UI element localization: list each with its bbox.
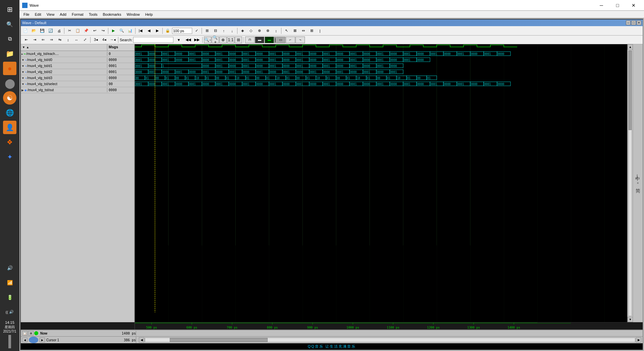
wave-btn-4[interactable]: ↓	[228, 27, 236, 35]
cursor-mode-2[interactable]: ⊠	[291, 27, 299, 35]
indent-btn-3[interactable]: ⇐	[39, 36, 47, 44]
menu-bookmarks[interactable]: Bookmarks	[100, 12, 124, 17]
bottom-icon-3[interactable]: 🔋	[3, 291, 16, 304]
scroll-up-btn[interactable]: ▲	[628, 44, 633, 50]
expand-out[interactable]: ▶	[21, 89, 24, 92]
collapse-all-btn[interactable]: ▼	[22, 46, 25, 49]
search-go-btn[interactable]: ▼	[174, 36, 183, 44]
wave-close-btn[interactable]: ✕	[637, 20, 641, 25]
menu-edit[interactable]: Edit	[32, 12, 44, 17]
menu-format[interactable]: Format	[69, 12, 86, 17]
zoom-fit-btn[interactable]: ⊕	[219, 37, 227, 43]
app-icon-4[interactable]: 🌐	[3, 106, 16, 119]
undo-btn[interactable]: ↩	[91, 27, 99, 35]
wave-shape-add[interactable]: 3◂	[92, 36, 100, 44]
shape-gray-btn[interactable]: ▭	[276, 37, 285, 43]
expand-d0[interactable]: ▼	[21, 58, 24, 62]
menu-add[interactable]: Add	[57, 12, 69, 17]
scroll-v-thumb[interactable]	[629, 51, 632, 130]
expand-d3[interactable]: ▼	[21, 76, 24, 80]
find-btn[interactable]: 🔍	[118, 27, 126, 35]
search-prev-btn[interactable]: ◀◀	[184, 36, 192, 44]
misc-btn-4[interactable]: ⊗	[264, 27, 272, 35]
new-btn[interactable]: 📄	[21, 27, 30, 35]
cut-btn[interactable]: ✂	[65, 27, 73, 35]
waveform-display[interactable]: ▲ ▼	[135, 44, 633, 322]
menu-help[interactable]: Help	[143, 12, 156, 17]
misc-btn-1[interactable]: ◈	[238, 27, 247, 35]
signal-row-each[interactable]: ▸ ━ /mux4_vlg_tst/each.... 0	[21, 51, 134, 57]
clock-display[interactable]: 14:15 星期四2021/7/1	[3, 320, 16, 334]
bottom-icon-2[interactable]: 📶	[3, 276, 16, 289]
expand-all-btn[interactable]: ▲	[26, 46, 29, 49]
signal-row-d0[interactable]: ▼ ▪ /mux4_vlg_tst/d0 0000	[21, 57, 134, 63]
app-icon-5[interactable]: 👤	[3, 121, 16, 134]
indent-btn-5[interactable]: ⇋	[56, 36, 64, 44]
search-input[interactable]	[133, 37, 173, 43]
taskview-button[interactable]: ⧉	[3, 32, 16, 46]
wave-btn-1[interactable]: ⊞	[203, 27, 211, 35]
cursor-mode-3[interactable]: ⇔	[299, 27, 307, 35]
scroll-right-btn[interactable]: ▶	[636, 337, 641, 343]
save-btn[interactable]: 💾	[38, 27, 46, 35]
cursor-mode-4[interactable]: ⊞	[308, 27, 316, 35]
menu-tools[interactable]: Tools	[86, 12, 100, 17]
scroll-h-thumb[interactable]	[170, 338, 268, 342]
indent-btn-7[interactable]: ↔	[72, 36, 80, 44]
cursor-mode-1[interactable]: ↖	[282, 27, 290, 35]
show-desktop-btn[interactable]	[8, 335, 11, 348]
zoom-input[interactable]	[172, 28, 192, 34]
app-icon-2[interactable]: ⬤	[3, 76, 16, 90]
menu-view[interactable]: View	[44, 12, 57, 17]
print-btn[interactable]: 🖨	[55, 27, 63, 35]
zoom-1x-btn[interactable]: 1:1	[227, 37, 234, 43]
app-icon-3[interactable]: ☯	[3, 91, 16, 105]
expand-d2[interactable]: ▼	[21, 70, 24, 74]
cursor-prev-btn[interactable]: ◀	[22, 338, 28, 342]
cursor-mode-5[interactable]: |	[316, 27, 324, 35]
copy-btn[interactable]: 📋	[74, 27, 82, 35]
vertical-scrollbar[interactable]: ▲ ▼	[627, 44, 633, 322]
shape-edge-btn[interactable]: ⌐	[286, 37, 295, 43]
indent-btn-6[interactable]: ↕	[64, 36, 72, 44]
file-explorer-button[interactable]: 📁	[3, 47, 16, 60]
open-btn[interactable]: 📂	[30, 27, 38, 35]
search-button[interactable]: 🔍	[3, 17, 16, 31]
expand-select[interactable]: ▼	[21, 82, 24, 86]
signal-row-out[interactable]: ▶ ◆ /mux4_vlg_tst/out 0000	[21, 87, 134, 93]
cursor-start-btn[interactable]: |◀	[137, 27, 145, 35]
scroll-v-track[interactable]	[628, 50, 632, 316]
menu-file[interactable]: File	[21, 12, 32, 17]
menu-window[interactable]: Window	[124, 12, 143, 17]
scroll-left-btn[interactable]: ◀	[139, 337, 144, 343]
redo-btn[interactable]: ↪	[99, 27, 107, 35]
zoom-lock-btn[interactable]: 🔒	[164, 27, 172, 35]
signal-row-d1[interactable]: ▼ ▪ /mux4_vlg_tst/d1 0001	[21, 63, 134, 69]
indent-btn-8[interactable]: ⤢	[81, 36, 89, 44]
status-btn-1[interactable]: 📋	[22, 331, 28, 336]
run-btn[interactable]: ▶	[109, 27, 117, 35]
bottom-icon-1[interactable]: 🔊	[3, 261, 16, 275]
indent-btn-1[interactable]: ⇤	[22, 36, 30, 44]
shape-analog-btn[interactable]: ⊓	[245, 37, 255, 43]
shape-fall-btn[interactable]: ¬	[296, 37, 305, 43]
wave-shape-minus[interactable]: 4◂	[100, 36, 108, 44]
close-button[interactable]: ✕	[626, 0, 641, 11]
expand-d1[interactable]: ▼	[21, 64, 24, 68]
scroll-down-btn[interactable]: ▼	[628, 317, 633, 322]
indent-btn-4[interactable]: ⇒	[47, 36, 55, 44]
shape-fill-btn[interactable]: ▬	[255, 37, 264, 43]
zoom-custom-btn[interactable]: ⊞	[235, 37, 242, 43]
app-icon-7[interactable]: ✦	[3, 150, 16, 164]
indent-btn-2[interactable]: ⇥	[31, 36, 39, 44]
wave-minimize-btn[interactable]: ─	[626, 20, 631, 25]
cursor-left-btn[interactable]: ◀	[145, 27, 153, 35]
wave-shape-arrow[interactable]: →◂	[109, 36, 117, 44]
windows-button[interactable]: ⊞	[3, 3, 16, 16]
zoom-apply-btn[interactable]: ✓	[193, 27, 201, 35]
cursor-right-btn[interactable]: ▶	[153, 27, 161, 35]
zoom-out-btn[interactable]: 🔍-	[204, 37, 211, 43]
status-btn-2[interactable]: ⊞	[28, 331, 34, 336]
wave-btn-2[interactable]: ⊟	[211, 27, 219, 35]
refresh-btn[interactable]: 🔄	[47, 27, 55, 35]
